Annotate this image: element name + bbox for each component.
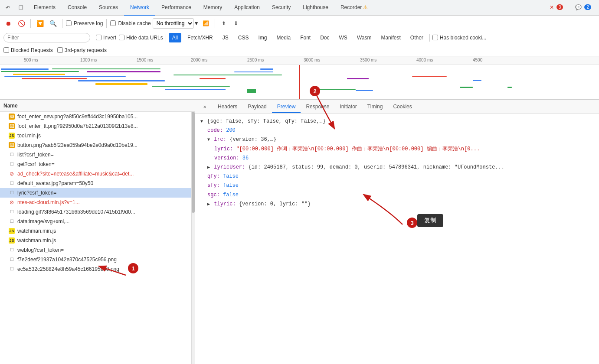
toolbar-separator-3 [106, 19, 107, 28]
third-party-label[interactable]: 3rd-party requests [57, 47, 107, 53]
request-item-15[interactable]: ☐ f7e2deef21937a1042e370c47525c956.png [0, 255, 191, 264]
request-item-8[interactable]: ☐ lyric?csrf_token= [0, 188, 191, 198]
filter-type-media[interactable]: Media [273, 33, 294, 42]
request-icon-doc-14: ☐ [9, 247, 15, 253]
filter-input[interactable] [3, 33, 90, 42]
request-item-6[interactable]: ⊘ ad_check?site=netease&affiliate=music&… [0, 169, 191, 179]
request-item-1[interactable]: 🖼 foot_enter_tt.png?92950d0a7b212a01309f… [0, 121, 191, 131]
detail-tab-initiator[interactable]: Initiator [334, 101, 362, 113]
request-item-7[interactable]: ☐ default_avatar.jpg?param=50y50 [0, 179, 191, 188]
tab-security[interactable]: Security [266, 0, 297, 16]
request-item-2[interactable]: JS tool.min.js [0, 131, 191, 140]
json-lrc-row: lrc: {version: 36,…} [200, 135, 594, 144]
tab-console[interactable]: Console [62, 0, 93, 16]
clear-button[interactable]: 🚫 [16, 18, 27, 29]
filter-icon-button[interactable]: 🔽 [34, 18, 46, 29]
request-item-5[interactable]: ☐ get?csrf_token= [0, 159, 191, 169]
filter-bar: Invert Hide data URLs All Fetch/XHR JS C… [0, 31, 599, 44]
detail-tab-preview[interactable]: Preview [272, 101, 301, 113]
filter-divider-1 [93, 34, 93, 42]
wifi-icon[interactable]: 📶 [201, 18, 211, 29]
json-lyricuser-triangle[interactable] [207, 164, 210, 171]
tab-errors[interactable]: ✕ 3 [543, 0, 570, 16]
hide-data-urls-label[interactable]: Hide data URLs [119, 35, 163, 41]
search-button[interactable]: 🔍 [47, 18, 59, 29]
detail-tab-payload[interactable]: Payload [242, 101, 272, 113]
request-item-10[interactable]: ☐ loading.gif?3f86451731b6b3569de107415b… [0, 207, 191, 217]
third-party-checkbox[interactable] [57, 47, 63, 53]
devtools-dock-icon[interactable]: ❐ [15, 2, 27, 14]
filter-type-js[interactable]: JS [219, 33, 232, 42]
tab-messages[interactable]: 💬 2 [569, 0, 597, 16]
request-icon-img-3: 🖼 [9, 142, 15, 148]
timeline-bar-4 [4, 76, 126, 77]
devtools-back-icon[interactable]: ↶ [2, 2, 14, 14]
tab-lighthouse[interactable]: Lighthouse [297, 0, 334, 16]
request-icon-doc-4: ☐ [9, 152, 15, 158]
tab-elements[interactable]: Elements [28, 0, 62, 16]
json-tlyric-value: {version: 0, lyric: ""} [239, 201, 311, 207]
export-icon[interactable]: ⬇ [231, 18, 241, 29]
request-icon-svg-11: ☐ [9, 218, 15, 224]
detail-tab-cookies[interactable]: Cookies [388, 101, 417, 113]
detail-tab-timing[interactable]: Timing [362, 101, 388, 113]
request-item-16[interactable]: ☐ ec5a532c258824e8h59a45c166195e90.png [0, 264, 191, 274]
request-item-9[interactable]: ⊘ ntes-ad-cloud.min.js?v=1... [0, 198, 191, 207]
request-icon-img-16: ☐ [9, 266, 15, 272]
tab-sources[interactable]: Sources [93, 0, 124, 16]
filter-type-fetch[interactable]: Fetch/XHR [184, 33, 216, 42]
invert-checkbox[interactable] [96, 35, 101, 40]
timeline-bar-2 [1, 71, 79, 72]
request-item-12[interactable]: JS watchman.min.js [0, 226, 191, 236]
filter-type-wasm[interactable]: Wasm [354, 33, 375, 42]
tab-application[interactable]: Application [228, 0, 266, 16]
tab-memory[interactable]: Memory [197, 0, 228, 16]
disable-cache-label[interactable]: Disable cache [110, 20, 151, 26]
json-tlyric-row: tlyric: {version: 0, lyric: ""} [200, 200, 594, 209]
detail-tab-headers[interactable]: Headers [213, 101, 242, 113]
timeline-bar-22 [473, 80, 481, 81]
preserve-log-checkbox[interactable] [66, 20, 72, 26]
hide-data-urls-checkbox[interactable] [119, 35, 124, 40]
blocked-requests-checkbox[interactable] [3, 47, 9, 53]
tab-performance[interactable]: Performance [155, 0, 197, 16]
blocked-requests-label[interactable]: Blocked Requests [3, 47, 53, 53]
filter-type-doc[interactable]: Doc [317, 33, 333, 42]
request-item-4[interactable]: ☐ list?csrf_token= [0, 150, 191, 159]
filter-type-css[interactable]: CSS [235, 33, 252, 42]
request-item-13[interactable]: JS watchman.min.js [0, 236, 191, 245]
has-blocked-label[interactable]: Has blocked cooki... [432, 35, 486, 41]
has-blocked-checkbox[interactable] [432, 35, 438, 40]
disable-cache-checkbox[interactable] [110, 20, 116, 26]
request-item-14[interactable]: ☐ weblog?csrf_token= [0, 245, 191, 255]
detail-close-button[interactable]: × [199, 101, 211, 113]
json-tlyric-triangle[interactable] [207, 201, 210, 208]
timeline-bar-23 [507, 87, 512, 88]
throttle-select[interactable]: No throttling [153, 18, 194, 29]
tab-recorder[interactable]: Recorder ⚠ [334, 0, 374, 16]
filter-type-font[interactable]: Font [297, 33, 314, 42]
detail-tab-response[interactable]: Response [301, 101, 334, 113]
preserve-log-label[interactable]: Preserve log [66, 20, 103, 26]
json-lrc-triangle[interactable] [207, 136, 210, 143]
request-icon-doc-8: ☐ [9, 190, 15, 196]
filter-type-other[interactable]: Other [407, 33, 427, 42]
import-icon[interactable]: ⬆ [219, 18, 229, 29]
json-root-triangle[interactable] [200, 118, 203, 125]
ruler-mark-2500: 2500 ms [247, 58, 264, 62]
json-version-row: version: 36 [200, 154, 594, 163]
request-item-0[interactable]: 🖼 foot_enter_new.png?a8f50c9eff44d3c1995… [0, 112, 191, 121]
requests-scrollbar[interactable] [191, 112, 195, 364]
json-lrc-summary: {version: 36,…} [229, 136, 276, 143]
request-item-11[interactable]: ☐ data:image/svg+xml,... [0, 217, 191, 226]
filter-type-ws[interactable]: WS [336, 33, 351, 42]
request-item-3[interactable]: 🖼 button.png?aab5f23ea059a94be2e0d9a0d10… [0, 140, 191, 150]
json-root-label: {sgc: false, sfy: false, qfy: false,…} [207, 118, 326, 124]
invert-label[interactable]: Invert [96, 35, 116, 41]
filter-type-all[interactable]: All [169, 33, 181, 42]
tab-network[interactable]: Network [124, 0, 155, 16]
error-badge: 3 [556, 4, 563, 10]
record-button[interactable]: ⏺ [3, 18, 14, 29]
filter-type-manifest[interactable]: Manifest [377, 33, 404, 42]
filter-type-img[interactable]: Img [255, 33, 270, 42]
